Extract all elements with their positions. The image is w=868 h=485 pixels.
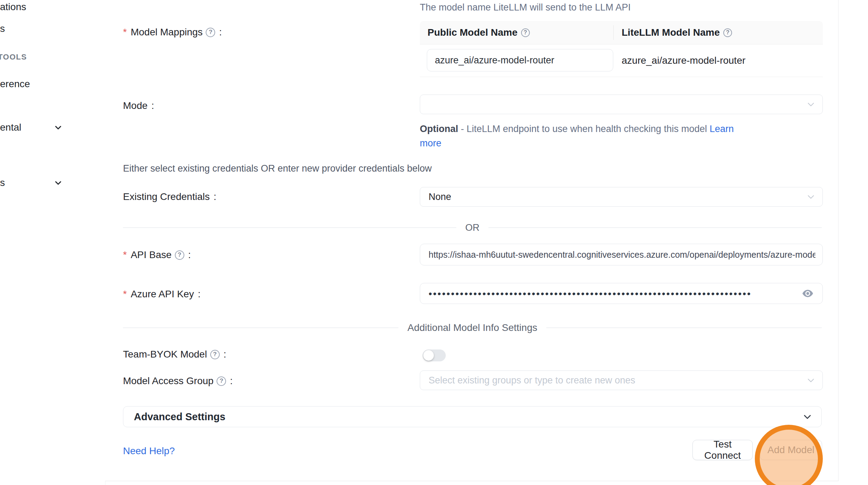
model-mappings-label: * Model Mappings ? : [123,27,222,38]
field-label-text: Model Mappings [131,27,203,38]
label-colon: : [151,100,154,111]
field-label-text: Model Access Group [123,375,213,387]
sidebar-item[interactable]: ental [0,122,21,133]
chevron-down-icon [802,412,812,422]
divider-line [123,227,456,228]
team-byok-toggle[interactable] [423,349,446,361]
column-title: Public Model Name [428,27,518,38]
test-connect-button[interactable]: Test Connect [692,440,753,460]
toggle-knob [423,350,434,361]
label-colon: : [219,27,222,38]
chevron-down-icon [806,376,815,385]
help-icon[interactable]: ? [217,376,226,386]
field-label-text: Team-BYOK Model [123,349,207,360]
chevron-down-icon [54,123,62,132]
mode-select[interactable] [420,95,823,114]
sidebar-item[interactable]: ations [0,1,26,13]
required-asterisk: * [123,289,127,300]
additional-settings-divider: Additional Model Info Settings [123,319,822,336]
chevron-down-icon [806,192,815,201]
help-icon[interactable]: ? [210,350,220,359]
need-help-link[interactable]: Need Help? [123,445,175,457]
label-colon: : [224,349,226,360]
select-value: None [429,192,451,202]
learn-more-word: more [420,138,442,148]
divider-line [488,227,822,228]
help-icon[interactable]: ? [206,28,215,37]
field-label-text: Azure API Key [131,289,194,300]
column-title: LiteLLM Model Name [622,27,720,38]
table-row: azure_ai/azure-model-router [420,44,823,77]
required-asterisk: * [123,27,127,38]
azure-api-key-input[interactable]: ••••••••••••••••••••••••••••••••••••••••… [420,283,823,304]
help-icon[interactable]: ? [175,250,184,260]
masked-api-key: ••••••••••••••••••••••••••••••••••••••••… [429,283,796,304]
field-label-text: API Base [131,249,172,261]
column-divider [613,25,614,40]
eye-icon[interactable] [801,287,814,300]
existing-credentials-select[interactable]: None [420,187,823,207]
table-header: Public Model Name ? LiteLLM Model Name ? [420,21,823,44]
chevron-down-icon [806,100,815,109]
add-model-button[interactable]: Add Model [760,440,822,460]
label-colon: : [213,191,216,202]
sidebar-item[interactable]: s [0,23,5,34]
or-divider: OR [123,219,822,236]
model-access-group-select[interactable]: Select existing groups or type to create… [420,370,823,390]
advanced-settings-panel[interactable]: Advanced Settings [123,406,822,427]
learn-more-word: Learn [710,124,734,134]
model-access-group-label: Model Access Group ? : [123,375,233,387]
required-asterisk: * [123,249,127,261]
select-placeholder: Select existing groups or type to create… [429,375,635,386]
azure-api-key-label: * Azure API Key : [123,289,200,300]
sidebar: ations s TOOLS erence ental s [0,0,105,485]
chevron-down-icon [54,179,62,187]
model-name-hint: The model name LiteLLM will send to the … [420,2,631,13]
sidebar-section-label: TOOLS [0,53,27,62]
mode-help-text: Optional - LiteLLM endpoint to use when … [420,122,840,151]
credentials-note: Either select existing credentials OR en… [123,163,432,174]
table-header-litellm-model-name: LiteLLM Model Name ? [622,21,732,44]
optional-bold: Optional [420,124,458,134]
team-byok-label: Team-BYOK Model ? : [123,349,226,360]
litellm-model-name-value: azure_ai/azure-model-router [622,44,745,77]
label-colon: : [230,375,233,387]
sidebar-item[interactable]: erence [0,78,30,90]
field-label-text: Existing Credentials [123,191,210,202]
sidebar-item[interactable]: s [0,177,5,188]
mode-label: Mode : [123,100,154,111]
divider-line [546,327,822,328]
table-header-public-model-name: Public Model Name ? [428,21,530,44]
model-mappings-table: Public Model Name ? LiteLLM Model Name ?… [420,21,823,77]
field-label-text: Mode [123,100,148,111]
advanced-settings-title: Advanced Settings [134,411,802,423]
existing-credentials-label: Existing Credentials : [123,191,216,202]
help-icon[interactable]: ? [723,28,732,37]
divider-text: Additional Model Info Settings [408,322,537,333]
label-colon: : [188,249,191,261]
divider-line [123,327,398,328]
mode-help-rest: - LiteLLM endpoint to use when health ch… [458,124,710,134]
public-model-name-input[interactable] [427,49,613,71]
help-icon[interactable]: ? [521,28,530,37]
api-base-label: * API Base ? : [123,249,191,261]
form-panel: The model name LiteLLM will send to the … [105,0,839,481]
divider-text: OR [465,222,480,233]
api-base-input[interactable] [420,244,823,265]
label-colon: : [198,289,200,300]
